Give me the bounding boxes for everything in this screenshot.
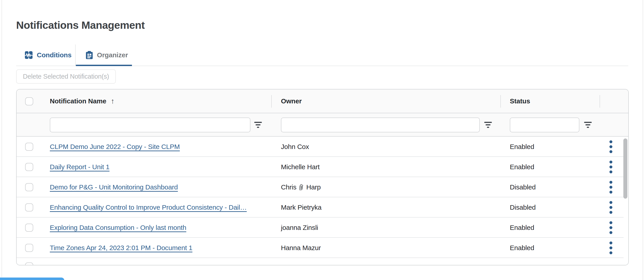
status-filter-input[interactable] [510,117,580,132]
filter-icon [254,121,262,129]
column-divider [600,95,600,108]
owner-filter-button[interactable] [484,121,492,129]
row-menu-kebab-icon[interactable] [606,180,615,195]
row-checkbox[interactable] [25,224,33,232]
tab-divider [75,45,76,66]
notification-name-header-label: Notification Name [50,97,106,105]
active-tab-underline [76,65,132,66]
owner-cell: Michelle Hart [281,163,320,171]
status-filter-button[interactable] [584,121,592,129]
owner-cell: Hanna Mazur [281,244,321,252]
status-cell: Disabled [510,183,536,191]
owner-first-name: Chris [281,183,296,191]
table-header-row: Notification Name ↑ Owner Status [16,89,628,113]
waveform-icon [25,51,33,59]
owner-cell: Mark Pietryka [281,204,322,211]
notifications-management-screen: Notifications Management Conditions Orga… [0,0,644,280]
tabs-row: Conditions Organizer [16,45,628,66]
status-cell: Enabled [510,163,534,171]
status-header-label: Status [510,97,530,105]
column-header-notification-name[interactable]: Notification Name ↑ [50,89,114,113]
delete-selected-notifications-button[interactable]: Delete Selected Notification(s) [16,69,116,84]
row-checkbox[interactable] [25,163,33,171]
owner-cell: Chris Harp [281,183,321,191]
table-row: CLPM Demo June 2022 - Copy - Site CLPM J… [16,137,628,157]
row-checkbox[interactable] [25,183,33,191]
clipboard-icon [86,51,93,59]
harp-icon [299,184,304,191]
bottom-left-blue-toast[interactable] [0,277,64,280]
owner-cell: joanna Zinsli [281,224,318,231]
row-checkbox[interactable] [25,143,33,151]
select-all-checkbox[interactable] [25,97,33,105]
column-header-status[interactable]: Status [510,89,530,113]
table-body: CLPM Demo June 2022 - Copy - Site CLPM J… [16,137,628,265]
table-row: Exploring Data Consumption - Only last m… [16,218,628,238]
status-cell: Enabled [510,244,534,252]
table-row-partial [16,258,628,265]
table-row: Time Zones Apr 24, 2023 2:01 PM - Docume… [16,238,628,258]
row-menu-kebab-icon[interactable] [606,200,615,215]
tab-conditions[interactable]: Conditions [16,45,75,66]
notifications-table: Notification Name ↑ Owner Status [16,89,629,265]
filter-icon [484,121,492,129]
table-row: Demo for P&G - Unit Monitoring Dashboard… [16,177,628,197]
notification-name-link[interactable]: CLPM Demo June 2022 - Copy - Site CLPM [50,143,180,151]
page-left-edge-line [2,0,2,277]
page-right-edge-line [643,0,643,280]
table-row: Daily Report - Unit 1 Michelle Hart Enab… [16,157,628,177]
column-divider [500,95,501,108]
notification-name-link[interactable]: Time Zones Apr 24, 2023 2:01 PM - Docume… [50,244,192,252]
row-checkbox[interactable] [25,244,33,252]
vertical-scrollbar-thumb[interactable] [623,138,628,199]
notification-name-filter-button[interactable] [254,121,262,129]
status-cell: Enabled [510,224,534,231]
column-divider [271,95,272,108]
owner-cell: John Cox [281,143,309,151]
filter-icon [584,121,592,129]
notification-name-filter-input[interactable] [50,117,250,132]
row-menu-kebab-icon[interactable] [606,139,615,154]
page-title: Notifications Management [16,19,145,31]
table-row: Enhancing Quality Control to Improve Pro… [16,197,628,218]
tab-organizer[interactable]: Organizer [76,45,132,66]
notification-name-link[interactable]: Daily Report - Unit 1 [50,163,110,171]
owner-filter-input[interactable] [281,117,480,132]
row-checkbox[interactable] [25,262,33,265]
row-checkbox[interactable] [25,203,33,211]
status-cell: Enabled [510,143,534,151]
column-header-owner[interactable]: Owner [281,89,302,113]
notification-name-link[interactable]: Enhancing Quality Control to Improve Pro… [50,204,247,211]
row-menu-kebab-icon[interactable] [606,241,615,255]
notification-name-link[interactable]: Exploring Data Consumption - Only last m… [50,224,186,231]
tab-conditions-label: Conditions [37,51,72,59]
owner-last-name: Harp [306,183,321,191]
tab-organizer-label: Organizer [97,51,128,59]
owner-header-label: Owner [281,97,302,105]
status-cell: Disabled [510,204,536,211]
table-filter-row [16,113,628,137]
row-menu-kebab-icon[interactable] [606,160,615,174]
sort-ascending-icon: ↑ [111,97,115,105]
row-menu-kebab-icon[interactable] [606,220,615,235]
notification-name-link[interactable]: Demo for P&G - Unit Monitoring Dashboard [50,183,178,191]
